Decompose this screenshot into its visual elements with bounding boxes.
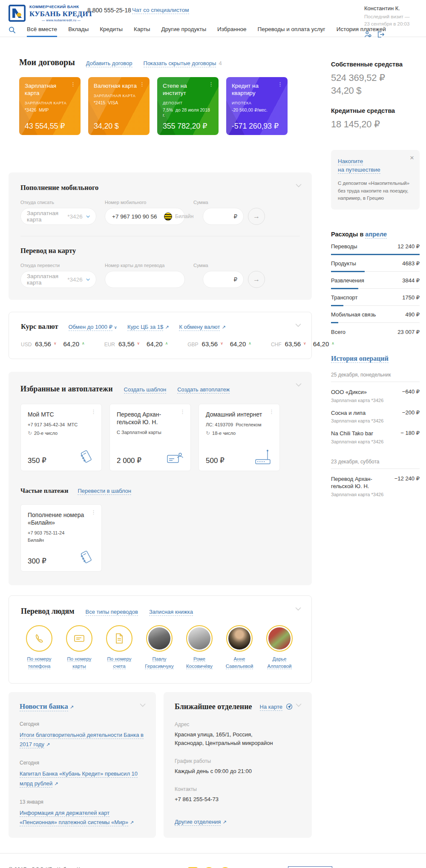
nav-item-favorites[interactable]: Избранное	[217, 26, 246, 37]
card-menu-icon[interactable]: ⋮	[91, 510, 96, 514]
map-locate-icon	[286, 703, 293, 710]
contract-card-mortgage[interactable]: ⋮ Кредит на квартиру ИПОТЕКА -20 560,00 …	[226, 77, 288, 135]
hidden-count: 4	[219, 60, 222, 66]
content: Мои договоры Добавить договор Показать с…	[0, 37, 426, 838]
nav-item-all[interactable]: Всё вместе	[27, 26, 57, 37]
nav-item-deposits[interactable]: Вклады	[68, 26, 89, 37]
all-transfer-types-link[interactable]: Все типы переводов	[86, 609, 138, 616]
card-menu-icon[interactable]: ⋮	[91, 409, 96, 414]
sum-input[interactable]	[209, 276, 233, 283]
mobile-topup-title: Пополнение мобильного	[20, 184, 300, 192]
frequent-card-beeline[interactable]: ⋮ Пополнение номера «Билайн» +7 903 752-…	[20, 504, 102, 572]
transfer-by-phone[interactable]: По номерутелефона	[21, 625, 58, 670]
notebook-link[interactable]: Записная книжка	[149, 609, 193, 616]
nav-item-transfers[interactable]: Переводы и оплата услуг	[258, 26, 325, 37]
bank-logo[interactable]: КОММЕРЧЕСКИЙ БАНК КУБАНЬ КРЕДИТ — www.ku…	[9, 5, 93, 22]
nav-item-history[interactable]: История платежей	[337, 26, 386, 37]
sell-rate: 64,20	[147, 340, 163, 348]
rate-up-icon: ∧	[165, 341, 168, 345]
transfer-by-card[interactable]: По номерукарты	[61, 625, 98, 670]
collapse-chevron-icon[interactable]	[295, 607, 301, 611]
on-map-link[interactable]: На карте	[260, 703, 293, 710]
expense-row: Мобильная связь490 ₽	[331, 306, 420, 323]
collapse-chevron-icon[interactable]	[296, 184, 302, 187]
transfer-card-field[interactable]	[105, 271, 185, 288]
footer: © 2017 ООО КБ «Кубань Кредит» Генеральна…	[0, 853, 426, 868]
expenses-month-link[interactable]: апреле	[365, 231, 387, 239]
card-menu-icon[interactable]: ⋮	[277, 82, 283, 86]
avatar	[188, 627, 210, 650]
buy-rate: 63,56	[202, 340, 218, 348]
create-template-link[interactable]: Создать шаблон	[124, 386, 167, 394]
bank-emblem-icon	[9, 5, 26, 22]
transfer-to-contact[interactable]: АннеСавельевой	[221, 625, 258, 670]
card-title: Домашний интернет	[206, 411, 273, 418]
contract-card-salary[interactable]: ⋮ Зарплатная карта ЗАРПЛАТНАЯ КАРТА *342…	[19, 77, 81, 135]
phone-label: Номер мобильного	[105, 200, 193, 205]
card-amount: 2 000 ₽	[117, 456, 141, 465]
currency-code: GBP	[187, 342, 198, 348]
card-menu-icon[interactable]: ⋮	[139, 82, 145, 86]
credit-funds-rub: 18 145,20 ₽	[331, 118, 420, 130]
cb-rate-link[interactable]: Курс ЦБ за 1$↗	[127, 324, 169, 330]
card-menu-icon[interactable]: ⋮	[269, 409, 274, 414]
contract-card-currency[interactable]: ⋮ Валютная карта ЗАРПЛАТНАЯ КАРТА *2415 …	[88, 77, 150, 135]
expense-bar	[331, 322, 420, 323]
add-contract-link[interactable]: Добавить договор	[86, 60, 132, 67]
topup-sum-field[interactable]: ₽	[203, 208, 244, 225]
card-subtitle: ИПОТЕКА	[232, 101, 282, 105]
topup-phone-field[interactable]: Билайн	[105, 208, 185, 225]
card-menu-icon[interactable]: ⋮	[208, 82, 214, 86]
transfer-to-contact[interactable]: ДарьеАлпатовой	[261, 625, 298, 670]
show-hidden-link[interactable]: Показать скрытые договоры4	[144, 60, 222, 66]
history-operation: Na Chili Tako bar Зарплатная карта *3426…	[331, 430, 420, 444]
favorite-card-internet[interactable]: ⋮ Домашний интернет ЛС: 4193709 Ростелек…	[199, 404, 280, 471]
sum-input[interactable]	[209, 213, 233, 220]
transfer-to-contact[interactable]: ПавлуГерасимчуку	[141, 625, 178, 670]
nav-item-cards[interactable]: Карты	[134, 26, 150, 37]
collapse-chevron-icon[interactable]	[140, 703, 146, 707]
collapse-chevron-icon[interactable]	[296, 703, 302, 707]
news-item-link[interactable]: Итоги благотворительной деятельности Бан…	[20, 730, 145, 750]
main-nav: Всё вместе Вклады Кредиты Карты Другие п…	[9, 24, 386, 37]
collapse-chevron-icon[interactable]	[296, 383, 302, 387]
nav-item-loans[interactable]: Кредиты	[100, 26, 123, 37]
search-icon[interactable]	[9, 26, 16, 34]
news-item-link[interactable]: Информация для держателей карт «Пенсионн…	[20, 808, 145, 828]
favorite-card-mts[interactable]: ⋮ Мой МТС +7 917 345-42-34 МТС ↻20-е чис…	[20, 404, 102, 471]
transfer-to-contact[interactable]: РомеКосовичёву	[181, 625, 218, 670]
chat-link[interactable]: Чат со специалистом	[132, 7, 189, 13]
transfer-by-account[interactable]: По номерусчета	[101, 625, 138, 670]
divider	[20, 236, 300, 236]
news-item-link[interactable]: Капитал Банка «Кубань Кредит» превысил 1…	[20, 769, 145, 789]
phone-input[interactable]	[111, 213, 164, 220]
nav-item-other-products[interactable]: Другие продукты	[161, 26, 207, 37]
other-branches-link[interactable]: Другие отделения↗	[175, 819, 227, 825]
card-menu-icon[interactable]: ⋮	[180, 409, 185, 414]
contract-card-deposit[interactable]: ⋮ Степе на институт ДЕПОЗИТ 7,5% до 28 и…	[157, 77, 219, 135]
news-title-link[interactable]: Новости банка↗	[20, 703, 74, 710]
expense-row: Развлечения3844 ₽	[331, 272, 420, 289]
transfer-submit-button[interactable]: →	[248, 271, 265, 288]
art-lebedev-stamp[interactable]: АРТ. ЛЕБЕДЕВ 2017	[288, 866, 332, 868]
to-exchange-link[interactable]: К обмену валют↗	[179, 324, 225, 330]
topup-from-select[interactable]: Зарплатная карта *3426	[20, 208, 96, 225]
promo-title-link[interactable]: Накопите на путешествие	[338, 157, 413, 175]
topup-submit-button[interactable]: →	[248, 208, 265, 225]
collapse-chevron-icon[interactable]	[295, 323, 301, 327]
card-menu-icon[interactable]: ⋮	[70, 82, 76, 86]
history-title-link[interactable]: История операций	[331, 355, 389, 363]
transfer-from-select[interactable]: Зарплатная карта *3426	[20, 271, 96, 288]
rate-down-icon: ∨	[54, 341, 57, 345]
card-number-input[interactable]	[111, 276, 164, 283]
people-title: Перевод людям	[21, 607, 75, 616]
create-autopay-link[interactable]: Создать автоплатеж	[177, 386, 230, 394]
currency-symbol: ₽	[233, 276, 237, 283]
to-template-link[interactable]: Перевести в шаблон	[78, 488, 131, 495]
exchange-limit-link[interactable]: Обмен до 1000 ₽ ∨	[69, 324, 117, 330]
rate-eur: EUR 63,56∨ 64,20∧	[104, 340, 168, 348]
favorite-card-transfer[interactable]: ⋮ Перевод Архан-гельской Ю. Н. С Зарплат…	[109, 404, 191, 471]
transfer-sum-field[interactable]: ₽	[203, 271, 244, 288]
close-icon[interactable]: ×	[410, 154, 414, 161]
branch-panel: Ближайшее отделение На карте Адрес Красн…	[164, 692, 312, 838]
